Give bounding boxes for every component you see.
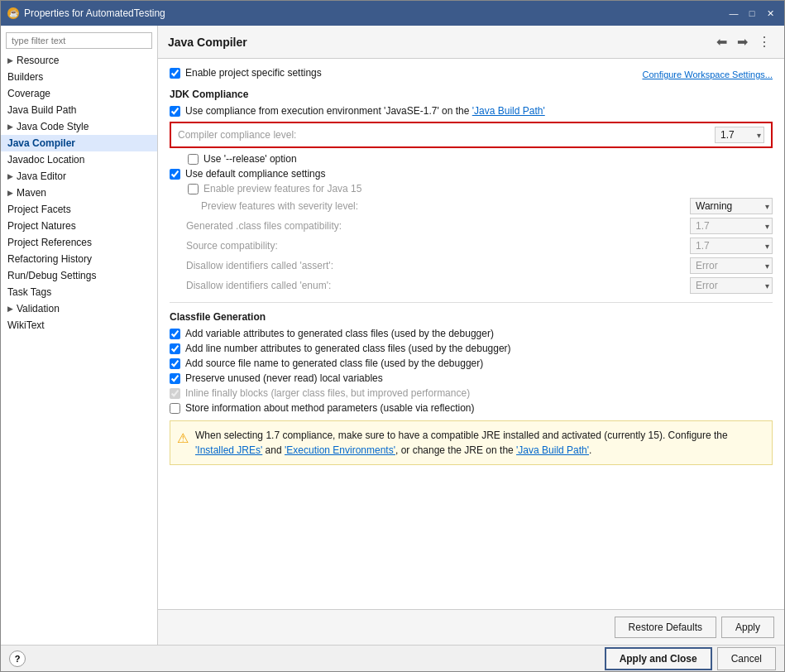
source-compat-select-wrapper: 1.7 1.8 — [690, 238, 773, 254]
use-compliance-checkbox[interactable] — [170, 106, 180, 117]
warning-icon: ⚠ — [177, 429, 189, 458]
main-panel: Java Compiler ⬅ ➡ ⋮ Enable project speci… — [158, 26, 784, 645]
cb3-checkbox[interactable] — [170, 358, 180, 369]
sidebar-item-java-compiler[interactable]: Java Compiler — [1, 135, 157, 151]
sidebar-item-label: Run/Debug Settings — [7, 270, 96, 281]
menu-button[interactable]: ⋮ — [754, 32, 774, 51]
use-default-compliance-label: Use default compliance settings — [185, 168, 325, 180]
generated-class-select-wrapper: 1.7 1.8 — [690, 218, 773, 234]
disallow-assert-label: Disallow identifiers called 'assert': — [170, 260, 690, 271]
generated-class-select[interactable]: 1.7 1.8 — [690, 218, 773, 234]
sidebar-item-label: Javadoc Location — [7, 154, 84, 166]
use-release-checkbox[interactable] — [188, 154, 199, 165]
enable-project-settings-label: Enable project specific settings — [185, 67, 322, 79]
app-icon: ☕ — [7, 7, 19, 19]
sidebar-item-label: Coverage — [7, 88, 50, 99]
sidebar-item-builders[interactable]: Builders — [1, 69, 157, 85]
enable-preview-label: Enable preview features for Java 15 — [203, 183, 361, 194]
source-compat-label: Source compatibility: — [170, 240, 690, 252]
cb3-row: Add source file name to generated class … — [170, 358, 773, 369]
jdk-compliance-label: JDK Compliance — [170, 89, 773, 100]
cb4-row: Preserve unused (never read) local varia… — [170, 372, 773, 384]
sidebar-item-resource[interactable]: ▶ Resource — [1, 52, 157, 69]
sidebar-item-java-editor[interactable]: ▶ Java Editor — [1, 168, 157, 185]
cb1-checkbox[interactable] — [170, 329, 180, 339]
disallow-enum-label: Disallow identifiers called 'enum': — [170, 280, 690, 291]
preview-severity-select[interactable]: Warning Error Info — [690, 198, 773, 214]
compliance-level-select[interactable]: 1.7 1.8 11 15 — [715, 127, 764, 143]
sidebar-item-javadoc-location[interactable]: Javadoc Location — [1, 151, 157, 168]
cb1-label: Add variable attributes to generated cla… — [185, 328, 494, 339]
installed-jres-link[interactable]: 'Installed JREs' — [195, 444, 262, 456]
properties-dialog: ☕ Properties for AutomatedTesting — □ ✕ … — [0, 0, 785, 672]
restore-defaults-button[interactable]: Restore Defaults — [615, 617, 716, 638]
java-build-path-link[interactable]: 'Java Build Path' — [472, 105, 545, 117]
disallow-assert-row: Disallow identifiers called 'assert': Er… — [170, 257, 773, 274]
enable-project-settings-checkbox[interactable] — [170, 68, 180, 79]
cb2-checkbox[interactable] — [170, 343, 180, 354]
preview-severity-row: Preview features with severity level: Wa… — [170, 198, 773, 214]
sidebar-item-label: Refactoring History — [7, 253, 92, 265]
enable-preview-checkbox[interactable] — [188, 184, 199, 194]
cb6-checkbox[interactable] — [170, 403, 180, 414]
preview-severity-select-wrapper: Warning Error Info — [690, 198, 773, 214]
use-release-label: Use '--release' option — [203, 153, 297, 165]
back-button[interactable]: ⬅ — [713, 32, 730, 51]
use-default-compliance-row: Use default compliance settings — [170, 168, 773, 180]
help-button[interactable]: ? — [9, 650, 26, 667]
sidebar-item-label: Task Tags — [7, 286, 51, 298]
cb2-row: Add line number attributes to generated … — [170, 343, 773, 354]
build-path-link2[interactable]: 'Java Build Path' — [516, 444, 589, 456]
footer-bar: ? Apply and Close Cancel — [1, 645, 784, 671]
footer-actions: Apply and Close Cancel — [605, 647, 776, 670]
sidebar-item-label: Project Facets — [7, 204, 71, 215]
sidebar-item-maven[interactable]: ▶ Maven — [1, 185, 157, 201]
exec-env-link[interactable]: 'Execution Environments' — [285, 444, 395, 456]
sidebar-item-wikitext[interactable]: WikiText — [1, 317, 157, 334]
sidebar-item-label: WikiText — [7, 319, 45, 331]
cb2-label: Add line number attributes to generated … — [185, 343, 511, 354]
apply-and-close-button[interactable]: Apply and Close — [605, 647, 712, 670]
dialog-title: Properties for AutomatedTesting — [24, 7, 165, 19]
forward-button[interactable]: ➡ — [734, 32, 751, 51]
sidebar-item-coverage[interactable]: Coverage — [1, 85, 157, 102]
configure-workspace-link[interactable]: Configure Workspace Settings... — [642, 70, 773, 79]
expand-icon: ▶ — [7, 56, 13, 65]
sidebar-item-project-references[interactable]: Project References — [1, 234, 157, 251]
sidebar-item-task-tags[interactable]: Task Tags — [1, 284, 157, 300]
use-release-row: Use '--release' option — [170, 153, 773, 165]
sidebar-item-label: Project Natures — [7, 220, 76, 232]
sidebar-item-java-build-path[interactable]: Java Build Path — [1, 102, 157, 118]
classfile-section-label: Classfile Generation — [170, 311, 773, 323]
sidebar-item-validation[interactable]: ▶ Validation — [1, 300, 157, 317]
sidebar-item-project-natures[interactable]: Project Natures — [1, 218, 157, 234]
sidebar-item-run-debug[interactable]: Run/Debug Settings — [1, 267, 157, 284]
cb5-checkbox[interactable] — [170, 388, 180, 399]
cb1-row: Add variable attributes to generated cla… — [170, 328, 773, 339]
sidebar-item-label: Java Build Path — [7, 104, 76, 116]
maximize-button[interactable]: □ — [744, 6, 759, 21]
sidebar-item-java-code-style[interactable]: ▶ Java Code Style — [1, 118, 157, 135]
source-compat-select[interactable]: 1.7 1.8 — [690, 238, 773, 254]
disallow-enum-select-wrapper: Error Warning — [690, 277, 773, 294]
filter-input[interactable] — [6, 32, 152, 49]
title-controls: — □ ✕ — [726, 6, 778, 21]
apply-button[interactable]: Apply — [721, 617, 774, 638]
close-button[interactable]: ✕ — [763, 6, 778, 21]
use-default-compliance-checkbox[interactable] — [170, 169, 180, 180]
disallow-assert-select[interactable]: Error Warning — [690, 257, 773, 274]
sidebar-item-project-facets[interactable]: Project Facets — [1, 201, 157, 218]
warning-text: When selecting 1.7 compliance, make sure… — [195, 428, 765, 458]
cb4-checkbox[interactable] — [170, 373, 180, 384]
sidebar-item-refactoring-history[interactable]: Refactoring History — [1, 251, 157, 267]
sidebar-item-label: Java Code Style — [17, 121, 89, 132]
minimize-button[interactable]: — — [726, 6, 741, 21]
compliance-select-wrapper: 1.7 1.8 11 15 — [715, 127, 764, 143]
main-header: Java Compiler ⬅ ➡ ⋮ — [158, 26, 784, 59]
disallow-enum-select[interactable]: Error Warning — [690, 277, 773, 294]
sidebar-item-label: Resource — [17, 55, 59, 66]
expand-icon: ▶ — [7, 305, 13, 313]
preview-severity-label: Preview features with severity level: — [170, 200, 690, 212]
cancel-button[interactable]: Cancel — [717, 647, 776, 670]
enable-preview-row: Enable preview features for Java 15 — [170, 183, 773, 194]
